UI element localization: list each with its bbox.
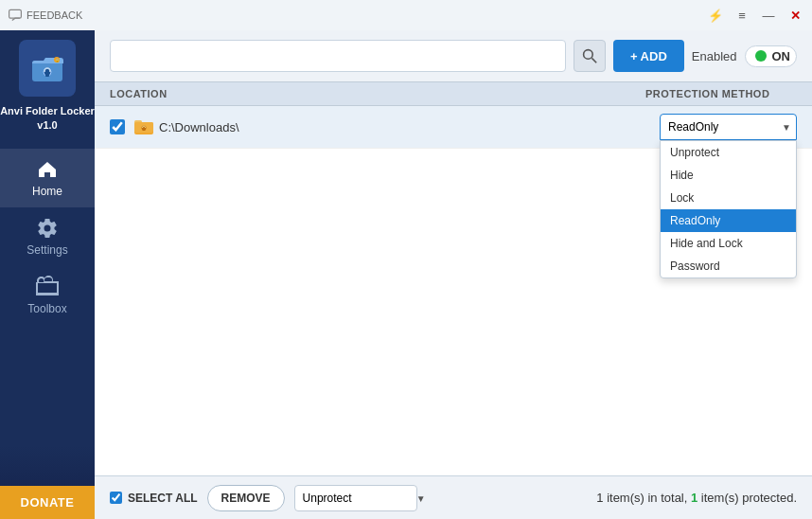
protection-header: PROTECTION METHOD xyxy=(645,88,797,99)
toggle-label: ON xyxy=(772,49,791,63)
toggle-switch[interactable]: ON xyxy=(745,45,798,67)
dropdown-menu: Unprotect Hide Lock ReadOnly Hide and Lo… xyxy=(660,140,797,278)
svg-line-7 xyxy=(591,58,596,63)
total-count: 1 xyxy=(596,491,603,505)
table-row: C:\Downloads\ ReadOnly ▼ Unprotect Hide … xyxy=(95,106,812,149)
status-text-1: item(s) in total, xyxy=(607,491,691,505)
footer-bar: SELECT ALL REMOVE Unprotect Hide Lock Re… xyxy=(95,475,812,519)
option-unprotect[interactable]: Unprotect xyxy=(661,141,796,164)
folder-icon xyxy=(134,119,153,134)
search-button[interactable] xyxy=(574,40,606,72)
table-body: C:\Downloads\ ReadOnly ▼ Unprotect Hide … xyxy=(95,106,812,475)
option-readonly[interactable]: ReadOnly xyxy=(661,209,796,232)
app-title: Anvi Folder Locker v1.0 xyxy=(0,104,95,134)
sidebar-item-settings[interactable]: Settings xyxy=(0,207,95,266)
footer-dropdown-wrapper: Unprotect Hide Lock ReadOnly Hide and Lo… xyxy=(294,485,432,511)
home-label: Home xyxy=(32,185,62,198)
app-logo: 🔒 xyxy=(19,40,76,97)
protected-count: 1 xyxy=(691,491,697,505)
settings-label: Settings xyxy=(26,243,67,257)
protection-select[interactable]: ReadOnly xyxy=(660,114,797,140)
table-header: LOCATION PROTECTION METHOD xyxy=(95,81,812,106)
option-password[interactable]: Password xyxy=(661,255,796,277)
toolbar: + ADD Enabled ON xyxy=(95,30,812,81)
menu-icon[interactable]: ≡ xyxy=(733,6,751,25)
donate-button[interactable]: DONATE xyxy=(0,486,95,519)
svg-rect-3 xyxy=(45,72,49,77)
row-checkbox[interactable] xyxy=(110,119,125,134)
footer-protection-select[interactable]: Unprotect Hide Lock ReadOnly Hide and Lo… xyxy=(294,485,417,511)
option-hide-and-lock[interactable]: Hide and Lock xyxy=(661,232,796,255)
title-bar: FEEDBACK ⚡ ≡ — ✕ xyxy=(0,0,812,30)
select-all-wrapper: SELECT ALL xyxy=(110,492,198,505)
main-content: + ADD Enabled ON LOCATION PROTECTION MET… xyxy=(95,30,812,519)
footer-dropdown-arrow-icon: ▼ xyxy=(416,492,426,503)
minimize-icon[interactable]: — xyxy=(759,6,778,25)
select-all-label: SELECT ALL xyxy=(128,492,198,505)
lightning-icon[interactable]: ⚡ xyxy=(706,6,725,25)
sidebar-item-home[interactable]: Home xyxy=(0,149,95,207)
status-text-2: item(s) protected. xyxy=(701,491,797,505)
location-header: LOCATION xyxy=(110,88,645,99)
toolbox-label: Toolbox xyxy=(27,302,66,315)
search-input[interactable] xyxy=(110,40,566,72)
close-icon[interactable]: ✕ xyxy=(786,6,804,25)
feedback-button[interactable]: FEEDBACK xyxy=(8,8,82,23)
footer-status: 1 item(s) in total, 1 item(s) protected. xyxy=(596,491,797,505)
add-button[interactable]: + ADD xyxy=(613,40,684,72)
svg-rect-0 xyxy=(9,9,22,18)
svg-text:🔒: 🔒 xyxy=(55,58,60,63)
protection-dropdown-wrapper: ReadOnly ▼ Unprotect Hide Lock ReadOnly … xyxy=(660,114,797,140)
feedback-label: FEEDBACK xyxy=(26,9,82,21)
app-layout: 🔒 Anvi Folder Locker v1.0 Home Settings … xyxy=(0,30,812,519)
row-path: C:\Downloads\ xyxy=(159,120,660,134)
option-lock[interactable]: Lock xyxy=(661,187,796,209)
window-controls: ⚡ ≡ — ✕ xyxy=(706,6,804,25)
sidebar-item-toolbox[interactable]: Toolbox xyxy=(0,266,95,325)
svg-rect-12 xyxy=(143,128,146,131)
svg-point-6 xyxy=(583,50,592,60)
enabled-label: Enabled xyxy=(692,49,737,63)
remove-button[interactable]: REMOVE xyxy=(207,485,285,511)
toggle-dot xyxy=(755,50,767,62)
select-all-checkbox[interactable] xyxy=(110,492,122,504)
option-hide[interactable]: Hide xyxy=(661,164,796,187)
sidebar: 🔒 Anvi Folder Locker v1.0 Home Settings … xyxy=(0,30,95,519)
